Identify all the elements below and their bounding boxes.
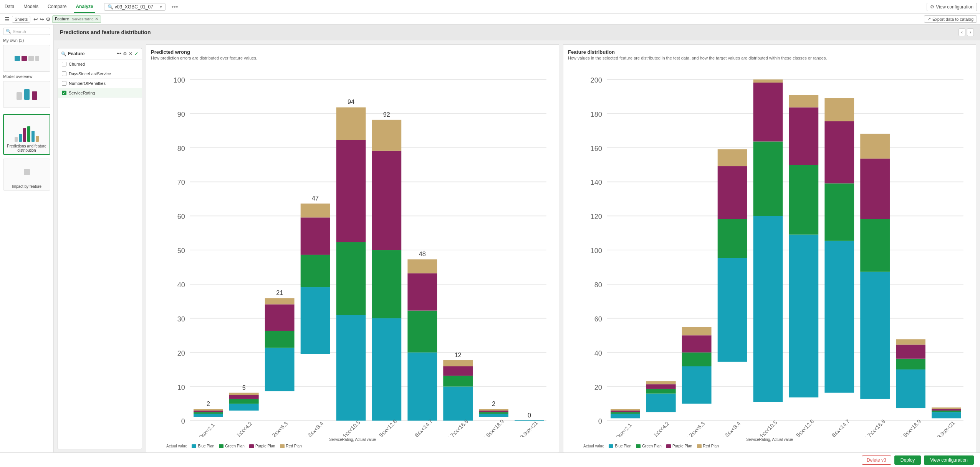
- feature-item-penalties[interactable]: NumberOfPenalties: [58, 79, 142, 88]
- bar-purple: [824, 121, 854, 184]
- bar-green: [646, 389, 676, 394]
- bar-green: [336, 242, 366, 315]
- legend-red: Red Plan: [280, 444, 302, 448]
- sidebar-card-model-overview[interactable]: [3, 81, 50, 108]
- bar-blue: [718, 258, 747, 362]
- sheets-icon[interactable]: ☰: [5, 16, 10, 22]
- svg-text:4.2≤x<6.3: 4.2≤x<6.3: [268, 420, 289, 437]
- purple-plan-label-dist: Purple Plan: [672, 444, 692, 448]
- blue-plan-color: [192, 444, 196, 448]
- svg-text:20: 20: [177, 349, 185, 357]
- svg-text:8.4≤x<10.5: 8.4≤x<10.5: [338, 419, 361, 437]
- mini-chart-impact: [5, 161, 48, 184]
- servicerating-checkbox[interactable]: ✓: [62, 91, 66, 95]
- bar-red: [372, 120, 401, 151]
- sidebar-impact-label: Impact by feature: [5, 184, 48, 189]
- sidebar-search[interactable]: 🔍 Search: [3, 28, 50, 35]
- mini-bar: [19, 134, 22, 142]
- legend-actual-label-dist: Actual value: [583, 444, 604, 448]
- predicted-wrong-subtitle: How prediction errors are distributed ov…: [151, 56, 554, 60]
- tab-close-icon[interactable]: ✕: [95, 17, 98, 22]
- red-plan-color: [280, 444, 285, 448]
- bar-red: [611, 409, 640, 411]
- sheets-label[interactable]: Sheets: [12, 16, 30, 23]
- nav-compare[interactable]: Compare: [46, 1, 68, 13]
- undo-icon[interactable]: ↩: [33, 16, 38, 22]
- fp-close-icon[interactable]: ✕: [129, 51, 132, 56]
- mini-block: [22, 56, 27, 61]
- penalties-checkbox[interactable]: [62, 81, 66, 86]
- deploy-button[interactable]: Deploy: [894, 455, 921, 465]
- bar-blue: [372, 318, 401, 421]
- bar-blue: [265, 348, 295, 391]
- mini-bar: [27, 126, 30, 142]
- mini-bar: [32, 91, 37, 100]
- svg-text:47: 47: [312, 195, 319, 202]
- servicerating-label: ServiceRating: [69, 91, 95, 95]
- view-config-button-bottom[interactable]: View configuration: [924, 455, 974, 465]
- svg-text:80: 80: [177, 145, 185, 152]
- bar-blue: [515, 420, 544, 421]
- svg-text:40: 40: [177, 281, 185, 289]
- bar-purple: [479, 411, 508, 412]
- bar-green: [682, 353, 712, 366]
- redo-icon[interactable]: ↪: [40, 16, 44, 22]
- green-plan-label: Green Plan: [225, 444, 245, 448]
- view-config-button[interactable]: ⚙ View configuration: [927, 3, 977, 11]
- bar-green: [824, 183, 854, 240]
- mini-block: [28, 56, 34, 61]
- legend-blue-dist: Blue Plan: [609, 444, 631, 448]
- dropdown-arrow-icon[interactable]: ▾: [160, 4, 162, 10]
- sidebar-card-predictions[interactable]: Predictions and feature distribution: [3, 114, 50, 155]
- bottom-bar: Delete v3 Deploy View configuration: [0, 452, 980, 467]
- predicted-wrong-x-label: ServiceRating, Actual value: [151, 437, 554, 442]
- sidebar-predictions-label: Predictions and feature distribution: [5, 143, 48, 152]
- svg-text:10: 10: [177, 384, 185, 391]
- bar-green: [194, 412, 223, 414]
- bar-purple: [611, 411, 640, 412]
- svg-text:2: 2: [492, 400, 495, 407]
- red-plan-label: Red Plan: [286, 444, 302, 448]
- bar-blue: [646, 394, 676, 412]
- feature-dist-legend: Actual value Blue Plan Green Plan Purple…: [568, 444, 971, 448]
- green-plan-color-dist: [636, 444, 641, 448]
- feature-item-days[interactable]: DaysSinceLastService: [58, 69, 142, 79]
- bar-purple: [789, 108, 818, 165]
- nav-data[interactable]: Data: [3, 1, 16, 13]
- tab-main-label: Feature: [55, 17, 69, 21]
- fp-confirm-icon[interactable]: ✓: [134, 51, 139, 57]
- sidebar-card-impact[interactable]: Impact by feature: [3, 159, 50, 190]
- bar-green: [407, 311, 437, 353]
- nav-analyze[interactable]: Analyze: [74, 1, 94, 13]
- delete-button[interactable]: Delete v3: [862, 455, 891, 465]
- days-checkbox[interactable]: [62, 71, 66, 76]
- feature-dist-x-label: ServiceRating, Actual value: [568, 437, 971, 442]
- prev-arrow-button[interactable]: ‹: [958, 28, 965, 36]
- more-options-icon[interactable]: •••: [172, 3, 178, 10]
- svg-text:0≤x<2.1: 0≤x<2.1: [615, 422, 633, 437]
- fp-more-icon[interactable]: •••: [116, 51, 121, 56]
- toolbar-left-icons: ☰ Sheets: [5, 16, 30, 23]
- top-nav-right: ⚙ View configuration: [927, 3, 977, 11]
- view-config-label: View configuration: [936, 4, 973, 10]
- churned-checkbox[interactable]: [62, 62, 66, 66]
- blue-plan-label: Blue Plan: [198, 444, 214, 448]
- settings-icon[interactable]: ⚙: [46, 16, 51, 22]
- svg-text:20: 20: [594, 384, 602, 391]
- feature-item-servicerating[interactable]: ✓ ServiceRating: [58, 88, 142, 98]
- nav-models[interactable]: Models: [22, 1, 40, 13]
- svg-text:94: 94: [348, 98, 354, 105]
- svg-text:80: 80: [594, 281, 602, 289]
- model-search[interactable]: 🔍 v03_XGBC_01_07 ▾: [104, 3, 166, 11]
- feature-item-churned[interactable]: Churned: [58, 60, 142, 69]
- bar-purple: [336, 140, 366, 242]
- export-button[interactable]: ↗ Export data to catalog: [924, 15, 977, 23]
- feature-tab[interactable]: Feature ServiceRating ✕: [52, 15, 101, 23]
- next-arrow-button[interactable]: ›: [967, 28, 974, 36]
- red-plan-label-dist: Red Plan: [703, 444, 719, 448]
- sidebar-card-1[interactable]: [3, 45, 50, 72]
- bar-green: [789, 165, 818, 235]
- bar-purple: [682, 335, 712, 352]
- svg-text:60: 60: [177, 213, 185, 220]
- fp-settings-icon[interactable]: ⚙: [123, 51, 127, 56]
